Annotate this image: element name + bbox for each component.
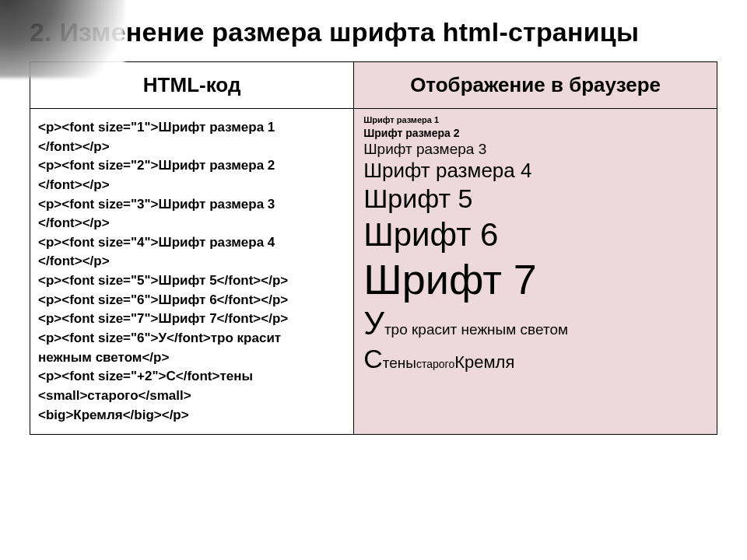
code-line: <p><font size="5">Шрифт 5</font></p> [38, 271, 345, 291]
render-size-2: Шрифт размера 2 [363, 127, 707, 139]
code-line: </font></p> [38, 176, 345, 195]
slide: 2. Изменение размера шрифта html-страниц… [0, 0, 747, 560]
big-text: Кремля [454, 352, 514, 372]
cell-browser-render: Шрифт размера 1 Шрифт размера 2 Шрифт ра… [354, 109, 717, 435]
code-line: <small>старого</small> [38, 387, 345, 406]
render-size-3: Шрифт размера 3 [363, 141, 707, 158]
code-line: <p><font size="1">Шрифт размера 1 [38, 118, 345, 138]
header-browser-render: Отображение в браузере [354, 62, 717, 109]
drop-cap: С [363, 344, 383, 374]
render-size-1: Шрифт размера 1 [363, 115, 707, 125]
code-line: <big>Кремля</big></p> [38, 406, 345, 425]
render-utro-line: У тро красит нежным светом [363, 305, 707, 342]
code-line: <p><font size="7">Шрифт 7</font></p> [38, 310, 345, 329]
render-size-5: Шрифт 5 [363, 184, 707, 214]
drop-cap: У [363, 305, 384, 342]
rest-text: тены [383, 355, 416, 372]
code-line: <p><font size="+2">С</font>тены [38, 367, 345, 387]
render-size-6: Шрифт 6 [363, 216, 707, 254]
comparison-table: HTML-код Отображение в браузере <p><font… [30, 61, 717, 435]
code-line: <p><font size="6">Шрифт 6</font></p> [38, 291, 345, 310]
rest-text: тро красит нежным светом [384, 321, 568, 338]
render-block: Шрифт размера 1 Шрифт размера 2 Шрифт ра… [363, 115, 707, 374]
code-line: </font></p> [38, 252, 345, 271]
render-steny-line: С тены старого Кремля [363, 344, 707, 374]
code-line: </font></p> [38, 214, 345, 233]
small-text: старого [416, 358, 454, 370]
code-line: <p><font size="4">Шрифт размера 4 [38, 233, 345, 253]
code-line: <p><font size="3">Шрифт размера 3 [38, 195, 345, 215]
render-size-4: Шрифт размера 4 [363, 159, 707, 183]
slide-title: 2. Изменение размера шрифта html-страниц… [30, 17, 717, 47]
header-html-code: HTML-код [30, 62, 354, 109]
code-line: <p><font size="2">Шрифт размера 2 [38, 156, 345, 176]
render-size-7: Шрифт 7 [363, 255, 707, 303]
code-line: нежным светом</p> [38, 348, 345, 368]
code-line: <p><font size="6">У</font>тро красит [38, 329, 345, 348]
code-line: </font></p> [38, 138, 345, 157]
cell-html-code: <p><font size="1">Шрифт размера 1 </font… [30, 109, 354, 435]
